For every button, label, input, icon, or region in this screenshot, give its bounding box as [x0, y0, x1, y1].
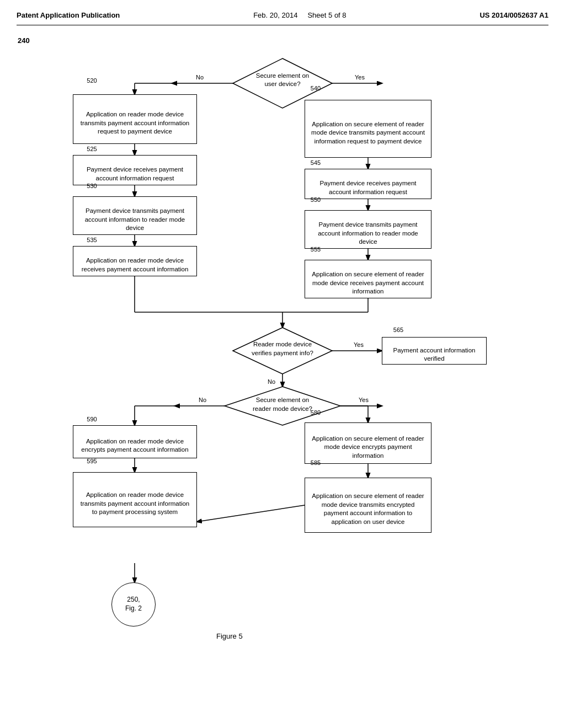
svg-text:No: No — [199, 397, 206, 403]
node-250: 250, Fig. 2 — [111, 582, 156, 627]
svg-text:Secure element on: Secure element on — [256, 397, 310, 403]
header-left: Patent Application Publication — [17, 11, 120, 19]
text-590: Application on reader mode device encryp… — [81, 438, 188, 453]
text-555: Application on secure element of reader … — [312, 271, 424, 295]
header-date: Feb. 20, 2014 — [253, 11, 297, 19]
label-550: 550 — [257, 196, 374, 204]
label-535: 535 — [35, 236, 149, 244]
svg-text:Yes: Yes — [354, 341, 364, 348]
node-590: 590 Application on reader mode device en… — [73, 425, 197, 458]
svg-text:Yes: Yes — [355, 74, 365, 81]
text-550: Payment device transmits payment account… — [318, 221, 418, 245]
node-535: 535 Application on reader mode device re… — [73, 246, 197, 276]
svg-text:Reader mode device: Reader mode device — [253, 341, 312, 347]
header: Patent Application Publication Feb. 20, … — [17, 11, 548, 25]
circle-line1: 250, — [125, 596, 142, 604]
node-565: 565 Payment account information verified — [382, 337, 487, 365]
svg-line-40 — [197, 505, 305, 522]
label-540: 540 — [257, 84, 374, 93]
text-530: Payment device transmits payment account… — [85, 207, 185, 231]
text-545: Payment device receives payment account … — [319, 180, 416, 195]
label-545: 545 — [257, 159, 374, 167]
node-585: 585 Application on secure element of rea… — [305, 478, 431, 533]
node-595: 595 Application on reader mode device tr… — [73, 472, 197, 527]
label-590: 590 — [35, 415, 149, 424]
text-595: Application on reader mode device transm… — [81, 491, 190, 515]
diagram: 240 Secure element on user device? No Ye… — [18, 36, 547, 687]
svg-text:Yes: Yes — [359, 397, 369, 403]
node-550: 550 Payment device transmits payment acc… — [305, 210, 431, 249]
node-530: 530 Payment device transmits payment acc… — [73, 196, 197, 235]
header-right: US 2014/0052637 A1 — [479, 11, 548, 19]
circle-line2: Fig. 2 — [125, 604, 142, 613]
node-525: 525 Payment device receives payment acco… — [73, 155, 197, 185]
label-555: 555 — [257, 245, 374, 254]
label-530: 530 — [35, 182, 149, 190]
label-565: 565 — [351, 326, 446, 334]
node-540: 540 Application on secure element of rea… — [305, 100, 431, 158]
svg-marker-27 — [225, 387, 340, 425]
label-520: 520 — [35, 77, 149, 85]
text-580: Application on secure element of reader … — [312, 435, 424, 459]
label-525: 525 — [35, 145, 149, 153]
svg-marker-20 — [233, 328, 332, 374]
node-580: 580 Application on secure element of rea… — [305, 422, 431, 464]
label-585: 585 — [257, 459, 374, 467]
text-520: Application on reader mode device transm… — [81, 111, 190, 135]
node-520: 520 Application on reader mode device tr… — [73, 94, 197, 144]
svg-text:verifies payment info?: verifies payment info? — [252, 350, 313, 356]
label-595: 595 — [35, 457, 149, 465]
text-585: Application on secure element of reader … — [312, 493, 424, 525]
text-565: Payment account information verified — [393, 347, 476, 362]
node-555: 555 Application on secure element of rea… — [305, 260, 431, 298]
page: Patent Application Publication Feb. 20, … — [0, 0, 565, 728]
header-center: Feb. 20, 2014 Sheet 5 of 8 — [253, 11, 346, 19]
figure-label: Figure 5 — [216, 632, 243, 640]
diagram-label: 240 — [18, 36, 30, 45]
text-525: Payment device receives payment account … — [87, 166, 183, 181]
text-535: Application on reader mode device receiv… — [82, 257, 189, 272]
label-580: 580 — [257, 409, 374, 417]
svg-text:No: No — [268, 378, 275, 385]
svg-text:Secure element on: Secure element on — [256, 72, 310, 79]
node-545: 545 Payment device receives payment acco… — [305, 169, 431, 199]
svg-text:No: No — [196, 74, 204, 81]
header-sheet: Sheet 5 of 8 — [307, 11, 346, 19]
text-540: Application on secure element of reader … — [311, 121, 425, 144]
